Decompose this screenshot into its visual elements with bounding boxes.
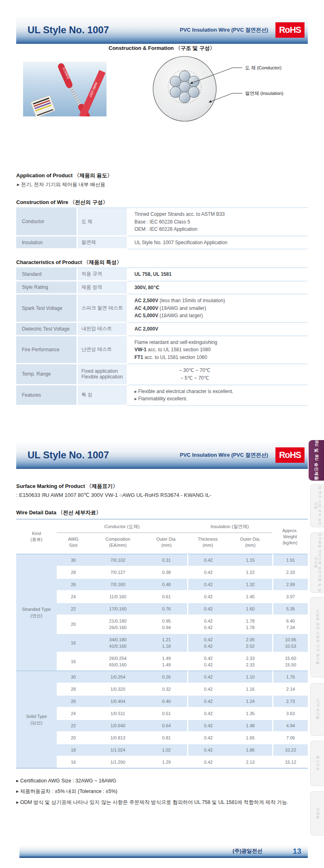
cell-awg: 16 <box>57 756 90 768</box>
side-tab-6[interactable]: 참고자료 <box>310 741 324 786</box>
cross-section-diagram: 도 체 (Conductor) 절연체 (Insulation) <box>145 51 311 126</box>
cell-weight: 2.33 <box>272 566 308 578</box>
side-tab-label: 참고자료 <box>311 741 324 786</box>
cell-weight: 5.35 <box>272 602 308 614</box>
cell-outer_dia: 0.48 <box>146 578 187 590</box>
spec-label-en: Insulation <box>16 236 77 250</box>
spec-label-en: Conductor <box>16 208 77 236</box>
spec-label-en: Style Rating <box>16 281 77 295</box>
cell-ins_outer_dia: 1.86 <box>228 743 272 756</box>
cell-weight: 1.76 <box>272 670 308 683</box>
cell-ins_outer_dia: 1.10 <box>228 670 272 683</box>
spec-label-en: Features <box>16 385 77 406</box>
cell-thickness: 0.42 <box>187 670 228 683</box>
cell-awg: 26 <box>57 578 90 590</box>
section-title-application: Application of Product 〈제품의 용도〉 <box>16 172 113 179</box>
wire-row: 241/0.5110.510.421.353.63 <box>16 707 308 719</box>
cell-weight: 15.12 <box>272 756 308 768</box>
cell-outer_dia: 0.950.94 <box>146 614 187 633</box>
side-tab-2[interactable]: Ⓚ 한국 산업 규격 승인제품 <box>310 484 324 527</box>
cell-awg: 28 <box>57 683 90 695</box>
side-tab-3[interactable]: 전기용품 안전인증 승인제품 및 일반제품 <box>310 532 324 593</box>
wire-row: 1626/0.25465/0.1601.491.490.420.422.332.… <box>16 652 308 670</box>
cell-composition: 1/0.320 <box>90 683 146 695</box>
cell-outer_dia: 0.32 <box>146 683 187 695</box>
cell-outer_dia: 0.38 <box>146 566 187 578</box>
cell-ins_outer_dia: 1.16 <box>228 683 272 695</box>
cell-thickness: 0.42 <box>187 695 228 707</box>
spec-value: − 30℃ ~ 70℃− 5℃ ~ 70℃ <box>127 364 308 385</box>
cell-weight: 2.99 <box>272 578 308 590</box>
wire-row: 261/0.4040.400.421.242.73 <box>16 695 308 707</box>
col-header-insulation-group: Insulation (절연체) <box>187 520 272 533</box>
col-header-composition: Composition(EA/mm) <box>90 533 146 554</box>
cell-weight: 10.9610.53 <box>272 633 308 652</box>
cell-outer_dia: 1.211.18 <box>146 633 187 652</box>
spec-value: UL 758, UL 1581 <box>127 268 308 281</box>
company-name: (주)광일전선 <box>232 847 262 855</box>
cell-weight: 3.63 <box>272 707 308 719</box>
cell-composition: 1/1.290 <box>90 756 146 768</box>
cell-outer_dia: 0.26 <box>146 670 187 683</box>
side-tab-label: 산업용 공장 자동화 기기 케이블 <box>311 597 324 677</box>
wire-row: 1634/0.18041/0.1601.211.180.420.422.052.… <box>16 633 308 652</box>
side-tab-7[interactable]: 지명원 <box>310 791 324 836</box>
spec-value: ▸ Flexible and electrical character is e… <box>127 385 308 406</box>
spec-value: Tinned Copper Strands acc. to ASTM B33Ba… <box>127 208 308 236</box>
cell-awg: 30 <box>57 670 90 683</box>
cell-composition: 34/0.18041/0.160 <box>90 633 146 652</box>
note-item: ▸ 제품허용공차 : ±5% 내외 (Tolerance : ±5%) <box>16 788 303 795</box>
cell-thickness: 0.420.42 <box>187 633 228 652</box>
wire-row: 161/1.2901.290.422.1315.12 <box>16 756 308 768</box>
side-tab-1[interactable]: ЯU 및 ЯU 승인제품 <box>309 440 324 481</box>
cell-weight: 2.73 <box>272 695 308 707</box>
spec-label-kr: 스파크 절연 테스트 <box>77 294 127 323</box>
cell-composition: 7/0.160 <box>90 578 146 590</box>
cell-weight: 1.91 <box>272 554 308 566</box>
cell-awg: 24 <box>57 707 90 719</box>
cell-awg: 28 <box>57 566 90 578</box>
col-header-outer-dia: Outer Dia.(mm) <box>146 533 187 554</box>
spec-row: Spark Test Voltage스파크 절연 테스트AC 2,500V (l… <box>16 294 308 323</box>
col-header-conductor-group: Conductor (도체) <box>57 520 187 533</box>
cell-ins_outer_dia: 2.13 <box>228 756 272 768</box>
spec-label-kr: 난연성 테스트 <box>77 336 127 365</box>
application-item: ▸ 전기, 전자 기기의 제어용 내부 배선용 <box>17 181 105 188</box>
cell-weight: 2.14 <box>272 683 308 695</box>
side-tab-5[interactable]: UTP 케이블 <box>310 683 324 736</box>
cell-weight: 10.22 <box>272 743 308 756</box>
kind-label: Solid Type(단선) <box>16 670 57 768</box>
cell-ins_outer_dia: 2.052.02 <box>228 633 272 652</box>
wire-row: 2411/0.1600.610.421.453.97 <box>16 590 308 602</box>
section-title-construction-of-wire: Construction of Wire 〈전선의 구성〉 <box>16 199 108 206</box>
spec-label-en: Spark Test Voltage <box>16 294 77 323</box>
side-tab-4[interactable]: 산업용 공장 자동화 기기 케이블 <box>310 597 324 677</box>
construction-of-wire-table: Conductor도 체Tinned Copper Strands acc. t… <box>16 207 308 249</box>
note-item: ▸ Certification AWG Size : 32AWG ~ 16AWG <box>16 777 303 785</box>
catalog-page: UL Style No. 1007 PVC Insulation Wire (P… <box>0 0 324 868</box>
cell-thickness: 0.42 <box>187 578 228 590</box>
wire-row: 2021/0.18026/0.1600.950.940.420.421.781.… <box>16 614 308 633</box>
cell-weight: 4.94 <box>272 719 308 731</box>
col-header-awg: AWGSize <box>57 533 90 554</box>
spec-label-kr: 도 체 <box>77 208 127 236</box>
cell-composition: 1/0.254 <box>90 670 146 683</box>
spec-value: AC 2,500V (less than 15mils of insulatio… <box>127 294 308 323</box>
spec-label-kr: 특 징 <box>77 385 127 406</box>
cell-thickness: 0.420.42 <box>187 652 228 670</box>
wire-row: 201/0.8130.810.421.657.06 <box>16 731 308 743</box>
spec-row: Features특 징▸ Flexible and electrical cha… <box>16 385 308 406</box>
cell-composition: 1/0.813 <box>90 731 146 743</box>
spec-row: Insulation절연체UL Style No. 1007 Specifica… <box>16 236 308 250</box>
spec-value: 300V, 80℃ <box>127 281 308 295</box>
wire-row: 267/0.1600.480.421.322.99 <box>16 578 308 590</box>
col-header-kind: Kind(종류) <box>16 520 57 554</box>
conductor-label: 도 체 (Conductor) <box>245 65 281 70</box>
footer-bar: (주)광일전선 13 <box>19 846 308 858</box>
wire-row: 287/0.1270.380.421.222.33 <box>16 566 308 578</box>
cell-ins_outer_dia: 1.60 <box>228 602 272 614</box>
cell-thickness: 0.42 <box>187 683 228 695</box>
spec-row: Dielectric Test Voltage내전압 테스트AC 2,000V <box>16 323 308 336</box>
rohs-logo-2: RoHS <box>275 447 305 463</box>
cell-outer_dia: 0.51 <box>146 707 187 719</box>
